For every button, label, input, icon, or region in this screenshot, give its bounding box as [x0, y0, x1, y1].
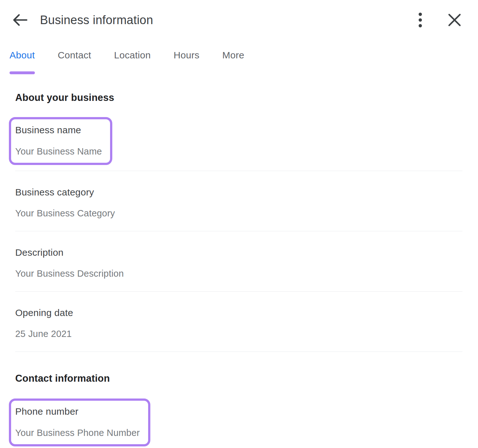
tab-more[interactable]: More	[222, 49, 245, 74]
field-label: Phone number	[15, 406, 140, 417]
field-phone-number[interactable]: Phone number Your Business Phone Number	[9, 399, 150, 446]
field-business-category[interactable]: Business category Your Business Category	[15, 187, 462, 219]
kebab-menu-icon	[418, 12, 422, 28]
divider	[15, 231, 462, 231]
divider	[15, 171, 462, 171]
tab-bar: About Contact Location Hours More	[0, 49, 478, 74]
close-button[interactable]	[446, 11, 463, 29]
field-value: Your Business Name	[15, 146, 102, 157]
header: Business information	[0, 0, 478, 29]
divider	[15, 291, 462, 292]
tab-location[interactable]: Location	[114, 49, 151, 74]
field-label: Business category	[15, 187, 462, 198]
field-label: Opening date	[15, 307, 462, 319]
field-business-name[interactable]: Business name Your Business Name	[9, 117, 112, 165]
page-title: Business information	[40, 13, 153, 27]
back-button[interactable]	[11, 11, 29, 29]
section-heading-about: About your business	[15, 92, 462, 103]
tab-about[interactable]: About	[10, 49, 35, 74]
overflow-menu-button[interactable]	[411, 11, 429, 29]
field-label: Business name	[15, 124, 102, 136]
divider	[15, 352, 462, 352]
field-description[interactable]: Description Your Business Description	[15, 247, 462, 279]
field-value: 25 June 2021	[15, 328, 462, 339]
field-value: Your Business Phone Number	[15, 427, 140, 438]
tab-hours[interactable]: Hours	[174, 49, 200, 74]
field-label: Description	[15, 247, 462, 258]
tab-contact[interactable]: Contact	[58, 49, 91, 74]
field-value: Your Business Category	[15, 208, 462, 219]
field-opening-date[interactable]: Opening date 25 June 2021	[15, 307, 462, 339]
arrow-left-icon	[12, 12, 29, 28]
section-heading-contact: Contact information	[15, 373, 462, 384]
business-info-panel: About your business Business name Your B…	[0, 92, 478, 446]
topbar-actions	[411, 11, 463, 29]
field-value: Your Business Description	[15, 268, 462, 279]
close-icon	[447, 13, 462, 27]
